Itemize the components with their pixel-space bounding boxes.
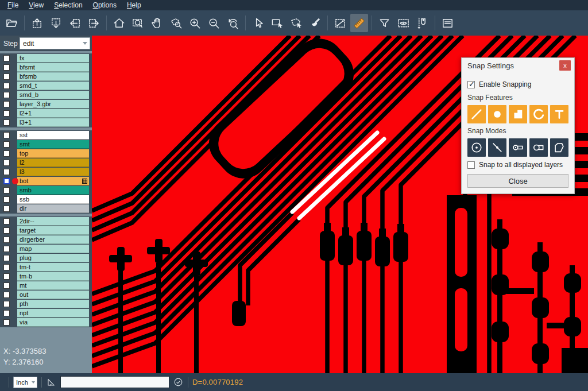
layer-checkbox-l2+1[interactable]: [3, 110, 10, 117]
layer-checkbox-npt[interactable]: [3, 310, 10, 316]
layer-label-top[interactable]: top: [17, 149, 89, 158]
layer-row-tm-t[interactable]: tm-t: [0, 263, 92, 272]
layer-label-bfsmt[interactable]: bfsmt: [17, 63, 89, 72]
set-square-icon[interactable]: [46, 377, 57, 388]
layer-checkbox-smd_b[interactable]: [3, 92, 10, 98]
open-folder-button[interactable]: [3, 14, 21, 32]
layer-checkbox-bfsmt[interactable]: [3, 64, 10, 71]
layer-checkbox-pth[interactable]: [3, 301, 10, 307]
layer-checkbox-layer_3.gbr[interactable]: [3, 101, 10, 107]
layer-label-smd_b[interactable]: smd_b: [17, 91, 89, 99]
layer-row-map[interactable]: map: [0, 245, 92, 253]
select-brush-button[interactable]: [306, 14, 324, 32]
zoom-out-button[interactable]: [205, 14, 223, 32]
layer-label-ssb[interactable]: ssb: [17, 195, 89, 204]
layer-row-smd_t[interactable]: smd_t: [0, 82, 92, 90]
layer-checkbox-fx[interactable]: [3, 55, 10, 61]
zoom-polygon-button[interactable]: [167, 14, 185, 32]
layer-row-sst[interactable]: sst: [0, 131, 92, 140]
select-rectangle-button[interactable]: [268, 14, 286, 32]
layer-checkbox-via[interactable]: [3, 319, 10, 326]
layer-row-dirgerber[interactable]: dirgerber: [0, 235, 92, 244]
layer-checkbox-l3+1[interactable]: [3, 119, 10, 126]
layer-checkbox-mt[interactable]: [3, 282, 10, 289]
zoom-in-button[interactable]: [186, 14, 204, 32]
layer-row-l3[interactable]: l3: [0, 168, 92, 176]
layer-row-plug[interactable]: plug: [0, 254, 92, 262]
layer-checkbox-out[interactable]: [3, 292, 10, 298]
snap-mode-slot-outline-button[interactable]: [529, 138, 548, 157]
layer-label-dir[interactable]: dir: [17, 204, 89, 213]
layer-checkbox-2dir--[interactable]: [3, 218, 10, 224]
layer-checkbox-dirgerber[interactable]: [3, 237, 10, 243]
layer-row-layer_3.gbr[interactable]: layer_3.gbr: [0, 100, 92, 109]
layer-checkbox-bfsmb[interactable]: [3, 73, 10, 80]
sync-check-icon[interactable]: [173, 377, 184, 388]
layer-label-fx[interactable]: fx: [17, 54, 89, 63]
layer-row-smd_b[interactable]: smd_b: [0, 91, 92, 99]
layer-checkbox-smb[interactable]: [3, 187, 10, 193]
layer-label-target[interactable]: target: [17, 226, 89, 235]
layer-checkbox-dir[interactable]: [3, 206, 10, 212]
select-cursor-button[interactable]: [249, 14, 267, 32]
shift-right-button[interactable]: [85, 14, 103, 32]
zoom-previous-button[interactable]: [224, 14, 242, 32]
layer-checkbox-bot[interactable]: [3, 178, 10, 184]
layer-label-tm-t[interactable]: tm-t: [17, 263, 89, 272]
dialog-close-icon[interactable]: x: [559, 60, 571, 71]
layer-checkbox-top[interactable]: [3, 150, 10, 157]
layer-row-bot[interactable]: bot: [0, 177, 92, 185]
layer-row-2dir--[interactable]: 2dir--: [0, 217, 92, 226]
layer-checkbox-l3[interactable]: [3, 169, 10, 175]
layer-row-mt[interactable]: mt: [0, 281, 92, 290]
layer-row-target[interactable]: target: [0, 226, 92, 235]
measure-line-button[interactable]: [331, 14, 349, 32]
unit-select[interactable]: Inch: [13, 377, 37, 388]
layer-row-via[interactable]: via: [0, 318, 92, 327]
layer-row-out[interactable]: out: [0, 291, 92, 299]
layer-row-dir[interactable]: dir: [0, 204, 92, 213]
menu-view[interactable]: View: [24, 0, 49, 10]
export-up-button[interactable]: [28, 14, 46, 32]
layer-label-l2+1[interactable]: l2+1: [17, 109, 89, 118]
snap-mode-center-button[interactable]: [467, 138, 486, 157]
menu-help[interactable]: Help: [122, 0, 146, 10]
layer-label-dirgerber[interactable]: dirgerber: [17, 235, 89, 244]
snap-feature-surface-button[interactable]: [509, 105, 527, 123]
layer-checkbox-ssb[interactable]: [3, 196, 10, 203]
snap-anchor-button[interactable]: [413, 14, 431, 32]
layer-label-mt[interactable]: mt: [17, 281, 89, 290]
snap-all-layers-row[interactable]: Snap to all displayed layers: [467, 161, 568, 169]
snap-feature-arc-button[interactable]: [529, 105, 548, 123]
snap-mode-polygon-button[interactable]: [550, 138, 568, 157]
layer-label-smb[interactable]: smb: [17, 186, 89, 195]
layer-checkbox-tm-t[interactable]: [3, 264, 10, 270]
layer-label-l3[interactable]: l3: [17, 168, 89, 176]
snap-dialog-titlebar[interactable]: Snap Settings x: [462, 58, 574, 73]
menu-options[interactable]: Options: [88, 0, 122, 10]
snap-feature-text-button[interactable]: [550, 105, 568, 123]
layer-row-smb[interactable]: smb: [0, 186, 92, 195]
home-button[interactable]: [110, 14, 128, 32]
layer-label-layer_3.gbr[interactable]: layer_3.gbr: [17, 100, 89, 109]
layer-checkbox-smd_t[interactable]: [3, 83, 10, 89]
snap-all-layers-checkbox[interactable]: [467, 161, 475, 169]
shift-left-button[interactable]: [66, 14, 84, 32]
layer-label-bfsmb[interactable]: bfsmb: [17, 72, 89, 81]
zoom-area-button[interactable]: [129, 14, 147, 32]
command-input[interactable]: [60, 376, 169, 388]
layer-row-l2+1[interactable]: l2+1: [0, 109, 92, 118]
select-polygon-button[interactable]: [287, 14, 305, 32]
step-select[interactable]: edit: [20, 37, 90, 49]
layer-label-sst[interactable]: sst: [17, 131, 89, 140]
enable-snapping-row[interactable]: Enable Snapping: [467, 80, 568, 88]
layer-checkbox-tm-b[interactable]: [3, 273, 10, 280]
pan-hand-button[interactable]: [148, 14, 166, 32]
layer-row-bfsmt[interactable]: bfsmt: [0, 63, 92, 72]
layer-checkbox-sst[interactable]: [3, 132, 10, 138]
snap-feature-line-button[interactable]: [467, 105, 486, 123]
layer-label-smd_t[interactable]: smd_t: [17, 82, 89, 90]
layer-label-pth[interactable]: pth: [17, 300, 89, 308]
snap-mode-slot-end-button[interactable]: [509, 138, 527, 157]
layer-checkbox-plug[interactable]: [3, 255, 10, 261]
